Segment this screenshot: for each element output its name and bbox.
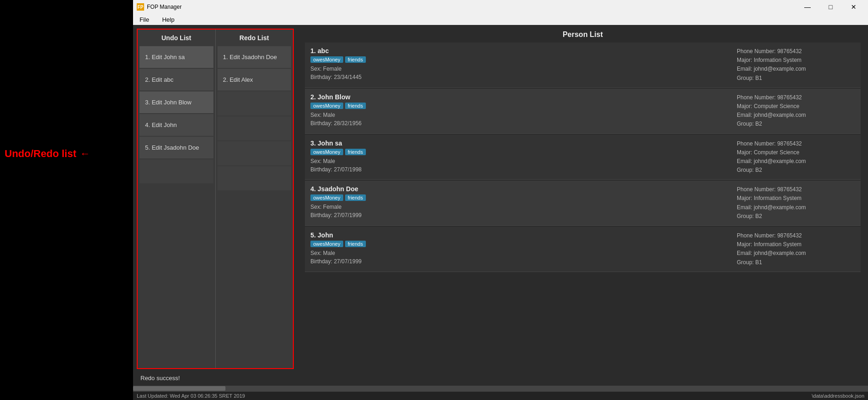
minimize-button[interactable]: — [797, 0, 818, 14]
maximize-button[interactable]: □ [820, 0, 841, 14]
person-major: Major: Information System [737, 194, 855, 203]
title-bar-controls: — □ ✕ [797, 0, 864, 14]
app-icon: FP [137, 3, 144, 11]
person-major: Major: Information System [737, 240, 855, 249]
person-birthday: Birthday: 27/07/1998 [310, 165, 726, 174]
undo-redo-annotation: Undo/Redo list ← [5, 148, 90, 160]
person-tag: friends [345, 103, 366, 109]
undo-placeholder [140, 159, 213, 183]
person-tag: owesMoney [310, 149, 343, 155]
person-tags: owesMoneyfriends [310, 56, 726, 63]
person-birthday: Birthday: 27/07/1999 [310, 211, 726, 219]
person-number: 3. [310, 139, 316, 147]
redo-placeholder-4 [218, 166, 291, 190]
person-tag: owesMoney [310, 241, 343, 247]
redo-item-1[interactable]: 1. Edit Jsadohn Doe [218, 46, 291, 68]
undo-list-items[interactable]: 1. Edit John sa 2. Edit abc 3. Edit John… [138, 45, 215, 368]
person-sex: Sex: Male [310, 157, 726, 165]
person-right-info: Phone Number: 98765432 Major: Informatio… [731, 47, 861, 83]
person-list-title: Person List [305, 25, 861, 42]
person-tags: owesMoneyfriends [310, 149, 726, 155]
person-tag: owesMoney [310, 103, 343, 109]
person-major: Major: Computer Science [737, 102, 855, 111]
person-email: Email: johnd@example.com [737, 157, 855, 166]
content-area: Undo List 1. Edit John sa 2. Edit abc 3.… [133, 25, 868, 373]
close-button[interactable]: ✕ [843, 0, 864, 14]
redo-placeholder-2 [218, 116, 291, 140]
person-birthday: Birthday: 28/32/1956 [310, 119, 726, 127]
menu-help[interactable]: Help [159, 15, 177, 24]
status-right: \data\addressbook.json [812, 393, 864, 399]
main-content: Person List 1. abc owesMoneyfriends Sex:… [297, 25, 868, 373]
status-bar: Last Updated: Wed Apr 03 06:26:35 SRET 2… [133, 391, 868, 400]
undo-list-header: Undo List [138, 30, 215, 45]
person-tag: friends [345, 194, 366, 201]
undo-item-3[interactable]: 3. Edit John Blow [140, 91, 213, 113]
person-email: Email: johnd@example.com [737, 111, 855, 120]
undo-item-4[interactable]: 4. Edit John [140, 114, 213, 136]
person-row[interactable]: 5. John owesMoneyfriends Sex: Male Birth… [305, 227, 861, 272]
person-group: Group: B2 [737, 212, 855, 221]
person-tags: owesMoneyfriends [310, 103, 726, 109]
undo-item-1[interactable]: 1. Edit John sa [140, 46, 213, 68]
person-phone: Phone Number: 98765432 [737, 139, 855, 148]
scrollbar-thumb[interactable] [133, 386, 225, 391]
person-tag: friends [345, 56, 366, 63]
person-name: 2. John Blow [310, 93, 726, 101]
person-major: Major: Information System [737, 56, 855, 65]
person-name: 4. Jsadohn Doe [310, 185, 726, 193]
person-row[interactable]: 4. Jsadohn Doe owesMoneyfriends Sex: Fem… [305, 181, 861, 226]
person-sex: Sex: Male [310, 111, 726, 119]
person-tags: owesMoneyfriends [310, 194, 726, 201]
window-title: FOP Manager [147, 4, 182, 10]
person-sex: Sex: Male [310, 249, 726, 257]
person-row[interactable]: 2. John Blow owesMoneyfriends Sex: Male … [305, 89, 861, 134]
redo-list-items[interactable]: 1. Edit Jsadohn Doe 2. Edit Alex [216, 45, 293, 368]
person-right-info: Phone Number: 98765432 Major: Informatio… [731, 231, 861, 267]
person-email: Email: johnd@example.com [737, 249, 855, 258]
person-group: Group: B2 [737, 166, 855, 175]
person-right-info: Phone Number: 98765432 Major: Computer S… [731, 93, 861, 129]
person-phone: Phone Number: 98765432 [737, 231, 855, 240]
person-tag: friends [345, 149, 366, 155]
person-number: 4. [310, 185, 316, 193]
redo-item-2[interactable]: 2. Edit Alex [218, 69, 291, 91]
person-sex: Sex: Female [310, 203, 726, 211]
annotation-label: Undo/Redo list [5, 148, 76, 160]
undo-redo-panel: Undo List 1. Edit John sa 2. Edit abc 3.… [137, 29, 294, 369]
person-name: 5. John [310, 231, 726, 239]
person-number: 1. [310, 47, 316, 55]
person-left-info: 3. John sa owesMoneyfriends Sex: Male Bi… [305, 139, 731, 175]
person-left-info: 5. John owesMoneyfriends Sex: Male Birth… [305, 231, 731, 267]
redo-list-column: Redo List 1. Edit Jsadohn Doe 2. Edit Al… [216, 30, 293, 368]
menu-bar: File Help [133, 14, 868, 25]
title-bar-left: FP FOP Manager [137, 3, 182, 11]
person-left-info: 1. abc owesMoneyfriends Sex: Female Birt… [305, 47, 731, 83]
person-left-info: 2. John Blow owesMoneyfriends Sex: Male … [305, 93, 731, 129]
person-tags: owesMoneyfriends [310, 241, 726, 247]
person-number: 5. [310, 231, 316, 239]
person-name: 1. abc [310, 47, 726, 55]
person-right-info: Phone Number: 98765432 Major: Informatio… [731, 185, 861, 221]
undo-item-5[interactable]: 5. Edit Jsadohn Doe [140, 137, 213, 158]
redo-placeholder-1 [218, 91, 291, 115]
menu-file[interactable]: File [137, 15, 152, 24]
person-birthday: Birthday: 23/34/1445 [310, 73, 726, 81]
person-row[interactable]: 1. abc owesMoneyfriends Sex: Female Birt… [305, 42, 861, 88]
status-left: Last Updated: Wed Apr 03 06:26:35 SRET 2… [137, 393, 245, 399]
horizontal-scrollbar[interactable] [133, 386, 868, 391]
person-row[interactable]: 3. John sa owesMoneyfriends Sex: Male Bi… [305, 135, 861, 180]
redo-success-message: Redo success! [137, 372, 183, 384]
app-icon-text: FP [138, 5, 144, 10]
undo-list-column: Undo List 1. Edit John sa 2. Edit abc 3.… [138, 30, 216, 368]
undo-item-2[interactable]: 2. Edit abc [140, 69, 213, 91]
main-window: FP FOP Manager — □ ✕ File Help Undo List… [133, 0, 868, 400]
redo-list-header: Redo List [216, 30, 293, 45]
person-tag: owesMoney [310, 194, 343, 201]
annotation-arrow: ← [80, 148, 90, 160]
person-group: Group: B2 [737, 120, 855, 128]
person-tag: friends [345, 241, 366, 247]
person-phone: Phone Number: 98765432 [737, 47, 855, 56]
person-birthday: Birthday: 27/07/1999 [310, 257, 726, 266]
person-group: Group: B1 [737, 74, 855, 83]
